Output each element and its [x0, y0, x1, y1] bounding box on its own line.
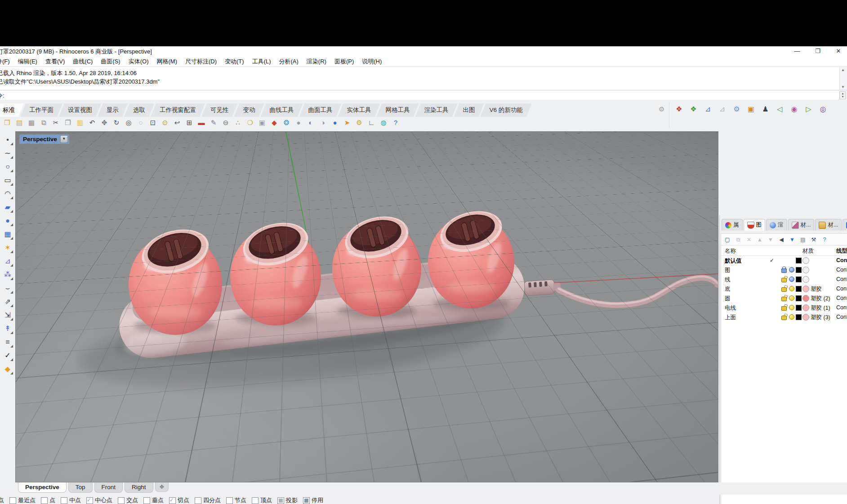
tab-properties[interactable]: 属 — [722, 219, 743, 231]
menu-item[interactable]: 工具(L) — [248, 57, 275, 67]
analyze-tool[interactable]: ◆ — [2, 363, 13, 375]
menu-item[interactable]: 曲线(C) — [69, 57, 97, 67]
osnap-checkbox[interactable]: 垂点 — [143, 496, 164, 504]
layer-color-swatch[interactable] — [796, 267, 802, 273]
menu-item[interactable]: 查看(V) — [41, 57, 69, 67]
layer-visibility-bulb-icon[interactable] — [789, 277, 794, 282]
scale-tool[interactable]: ⇲ — [2, 309, 13, 321]
named-view-button[interactable]: ▬ — [196, 117, 207, 128]
osnap-checkbox[interactable]: 停用 — [303, 496, 323, 504]
menu-item[interactable]: 曲面(S) — [97, 57, 124, 67]
zoom-brush-button[interactable]: ◌ — [135, 117, 146, 128]
pan-button[interactable]: ✥ — [99, 117, 110, 128]
point-cloud-button[interactable]: ∴ — [232, 117, 243, 128]
ribbon-tab[interactable]: 标准 — [0, 103, 24, 117]
camera-box-icon[interactable]: ▣ — [745, 103, 757, 115]
collapse-button[interactable]: ◀ — [778, 236, 785, 243]
minimize-button[interactable]: — — [793, 47, 801, 55]
osnap-checkbox[interactable]: 点 — [41, 496, 55, 504]
fillet-tool[interactable]: ⌣ — [2, 282, 13, 294]
prompt-spinner[interactable]: ▲▼ — [839, 91, 846, 99]
checkbox-icon[interactable] — [277, 497, 284, 504]
layer-material-swatch[interactable] — [802, 276, 809, 283]
viewport-tab-front[interactable]: Front — [94, 482, 123, 493]
viewport-tab-new[interactable]: ✥ — [155, 482, 169, 492]
tab-layers[interactable]: 图 — [744, 219, 766, 231]
layer-color-swatch[interactable] — [796, 295, 802, 301]
tab-material-library[interactable]: 材... — [815, 219, 842, 231]
ghosted-view-button[interactable]: ◑ — [317, 117, 328, 128]
xray-view-button[interactable]: ● — [330, 117, 340, 128]
distance-button[interactable]: ✎ — [208, 117, 219, 128]
layer-color-swatch[interactable] — [796, 258, 802, 263]
layer-lock-icon[interactable] — [781, 278, 787, 282]
osnap-checkbox[interactable]: 节点 — [226, 496, 246, 504]
filter-button[interactable]: ▼ — [789, 236, 796, 243]
layer-visibility-bulb-icon[interactable] — [789, 295, 794, 301]
menu-item[interactable]: 分析(A) — [275, 57, 303, 67]
menu-item[interactable]: 尺寸标注(D) — [181, 57, 221, 67]
layer-material-swatch[interactable] — [802, 314, 809, 321]
mesh-tool[interactable]: ▦ — [2, 228, 13, 240]
circle-tool[interactable]: ○ — [2, 161, 13, 173]
close-button[interactable]: ✕ — [834, 47, 843, 55]
checkbox-icon[interactable] — [169, 497, 176, 504]
delete-layer-button[interactable]: ✕ — [745, 236, 753, 243]
undo-button[interactable]: ↶ — [87, 117, 98, 128]
osnap-checkbox[interactable]: 切点 — [169, 496, 189, 504]
copy-button[interactable]: ❐ — [62, 117, 73, 128]
rotate-cube-red-icon[interactable]: ❖ — [673, 103, 685, 115]
walkabout-icon[interactable]: ♟ — [760, 103, 771, 115]
ribbon-tab[interactable]: 可见性 — [201, 103, 238, 117]
extrude-tool[interactable]: ↟ — [2, 323, 13, 335]
move-down-button[interactable]: ▼ — [767, 236, 774, 243]
tab-materials[interactable]: 材... — [788, 219, 815, 231]
align-tool[interactable]: ≡ — [2, 336, 13, 348]
layer-material-swatch[interactable] — [802, 285, 809, 292]
osnap-checkbox[interactable]: 中点 — [61, 496, 81, 504]
move-up-button[interactable]: ▲ — [756, 236, 763, 243]
help-button[interactable]: ? — [390, 117, 401, 128]
checkbox-icon[interactable] — [252, 497, 259, 504]
new-layer-button[interactable]: ▢ — [724, 236, 731, 243]
ribbon-tab[interactable]: 显示 — [98, 103, 128, 117]
command-scrollbar[interactable]: ▲ ▼ — [839, 67, 847, 90]
viewport-tab-perspective[interactable]: Perspective — [18, 482, 67, 493]
layer-color-swatch[interactable] — [796, 286, 802, 292]
layer-material-swatch[interactable] — [802, 267, 809, 273]
layer-visibility-bulb-icon[interactable] — [789, 286, 794, 291]
paste-button[interactable]: ▥ — [75, 117, 85, 128]
osnap-checkbox[interactable]: 顶点 — [252, 496, 272, 504]
layer-lock-icon[interactable] — [781, 287, 787, 292]
osnap-checkbox[interactable]: 最近点 — [9, 496, 36, 504]
layer-row[interactable]: 图 Cont — [721, 265, 847, 275]
rotate-cube-green-icon[interactable]: ❖ — [688, 103, 699, 115]
undo-view-change-button[interactable]: ↩ — [172, 117, 183, 128]
redo-view-icon[interactable]: ▷ — [803, 103, 814, 115]
checkbox-icon[interactable] — [118, 497, 125, 504]
selection-filter-button[interactable]: ➤ — [342, 117, 352, 128]
cut-button[interactable]: ✂ — [50, 117, 61, 128]
explode-tool[interactable]: ✶ — [2, 242, 13, 254]
ribbon-tab[interactable]: 变动 — [234, 103, 264, 117]
osnap-checkbox[interactable]: 投影 — [277, 496, 298, 504]
zoom-window-button[interactable]: ⊡ — [147, 117, 158, 128]
layer-row[interactable]: 圆 塑胶 (2) Cont — [721, 294, 847, 303]
menu-item[interactable]: 编辑(E) — [14, 57, 41, 67]
save-file-button[interactable]: ▤ — [14, 117, 25, 128]
menu-item[interactable]: 实体(O) — [125, 57, 153, 67]
plugins-button[interactable]: ◍ — [378, 117, 389, 128]
cplane-icon[interactable]: ⊿ — [702, 103, 713, 115]
layer-visibility-bulb-icon[interactable] — [789, 305, 794, 310]
report-button[interactable]: ▤ — [799, 236, 807, 243]
restore-button[interactable]: ❐ — [814, 47, 822, 55]
render-button[interactable]: ◆ — [269, 117, 280, 128]
viewport-3d[interactable]: Perspective ▼ — [15, 131, 718, 482]
render-preview-button[interactable]: ❂ — [281, 117, 292, 128]
rectangle-tool[interactable]: ▭ — [2, 174, 13, 186]
layer-row[interactable]: 上面 塑胶 (3) Cont — [721, 312, 847, 322]
layer-lock-icon[interactable] — [781, 297, 787, 301]
checkbox-icon[interactable] — [195, 497, 201, 504]
layer-color-swatch[interactable] — [796, 305, 802, 311]
menu-item[interactable]: 说明(H) — [358, 57, 386, 67]
